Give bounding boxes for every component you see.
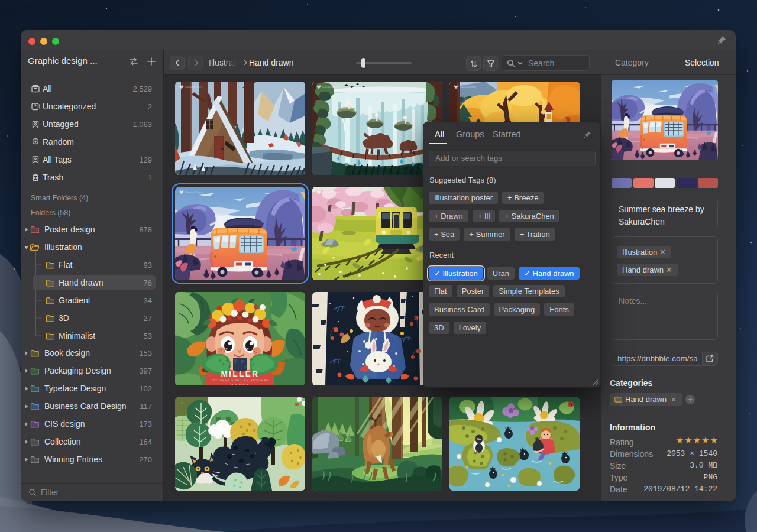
svg-text:▲ ● ■ ● ▲: ▲ ● ■ ● ▲ (231, 382, 249, 385)
svg-text:MILLER: MILLER (221, 369, 259, 378)
svg-text:CHILDREN'S MILLER PROGRAM: CHILDREN'S MILLER PROGRAM (211, 379, 270, 382)
